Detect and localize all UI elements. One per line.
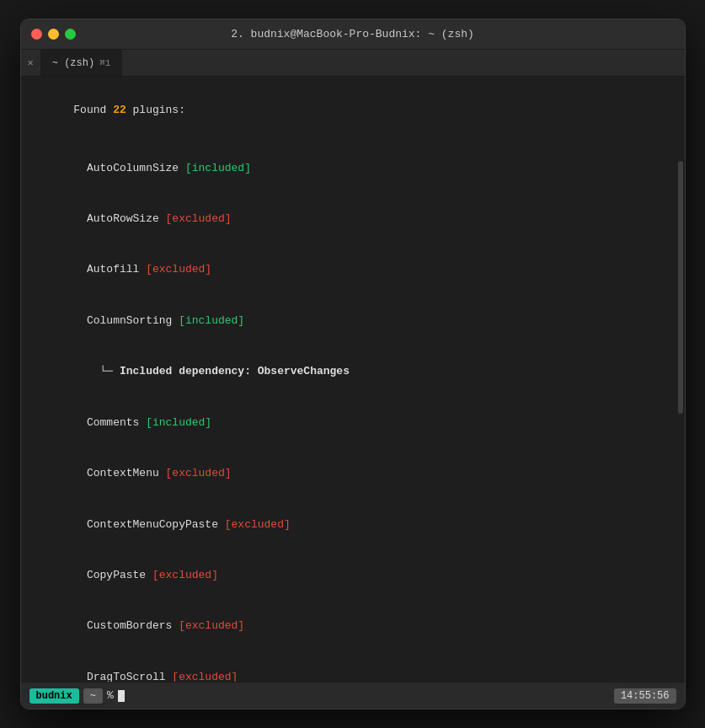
plugin-CustomBorders: CustomBorders [excluded]	[35, 601, 671, 651]
prompt-symbol: %	[107, 689, 114, 702]
found-prefix: Found	[73, 104, 113, 116]
traffic-lights	[31, 29, 76, 40]
plugin-AutoRowSize: AutoRowSize [excluded]	[35, 194, 671, 244]
tab-item[interactable]: ~ (zsh) ⌘1	[40, 50, 123, 76]
found-suffix: plugins:	[126, 104, 185, 116]
scrollbar[interactable]	[678, 161, 683, 414]
close-button[interactable]	[31, 29, 42, 40]
plugin-Autofill: Autofill [excluded]	[35, 244, 671, 295]
cursor	[118, 690, 125, 702]
tab-bar: ✕ ~ (zsh) ⌘1	[21, 50, 685, 77]
plugin-Comments: Comments [included]	[35, 398, 671, 448]
plugin-ContextMenu: ContextMenu [excluded]	[35, 448, 671, 499]
clock-display: 14:55:56	[614, 688, 676, 704]
tab-close-icon[interactable]: ✕	[21, 56, 40, 69]
minimize-button[interactable]	[48, 29, 59, 40]
plugin-ContextMenuCopyPaste: ContextMenuCopyPaste [excluded]	[35, 499, 671, 549]
directory-badge: ~	[83, 688, 103, 704]
terminal-body[interactable]: Found 22 plugins: AutoColumnSize [includ…	[21, 77, 685, 682]
title-bar: 2. budnix@MacBook-Pro-Budnix: ~ (zsh)	[21, 19, 685, 50]
tab-shortcut: ⌘1	[99, 57, 110, 68]
terminal-window: 2. budnix@MacBook-Pro-Budnix: ~ (zsh) ✕ …	[20, 19, 686, 709]
plugin-DragToScroll: DragToScroll [excluded]	[35, 652, 671, 682]
plugin-AutoColumnSize: AutoColumnSize [included]	[35, 142, 671, 193]
maximize-button[interactable]	[65, 29, 76, 40]
window-title: 2. budnix@MacBook-Pro-Budnix: ~ (zsh)	[231, 28, 474, 40]
dependency-line: └─ Included dependency: ObserveChanges	[35, 346, 671, 397]
prompt-area: budnix ~ %	[29, 688, 125, 704]
user-badge: budnix	[29, 688, 79, 704]
plugin-count: 22	[113, 104, 126, 116]
plugin-ColumnSorting: ColumnSorting [included]	[35, 296, 671, 346]
bottom-bar: budnix ~ % 14:55:56	[21, 682, 685, 709]
time-area: 14:55:56	[614, 690, 676, 702]
plugin-CopyPaste: CopyPaste [excluded]	[35, 550, 671, 601]
found-plugins-line: Found 22 plugins:	[35, 85, 671, 136]
tab-label: ~ (zsh)	[52, 57, 94, 69]
